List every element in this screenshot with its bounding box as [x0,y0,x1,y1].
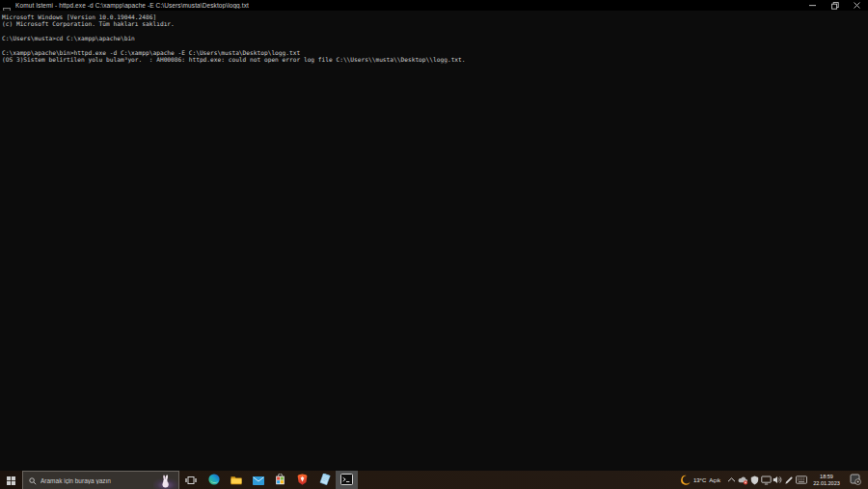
taskbar-app-microsoft-store[interactable] [269,471,291,489]
microsoft-store-icon [275,472,285,489]
action-center-button[interactable] [845,471,866,489]
cmd-window-icon [3,2,11,10]
close-icon[interactable] [846,0,868,11]
search-icon [29,472,37,489]
terminal-line: (c) Microsoft Corporation. Tüm hakları s… [2,20,868,27]
search-highlight-rabbit-icon[interactable] [153,472,178,489]
task-view-icon [185,472,197,489]
minimize-icon[interactable] [801,0,824,11]
taskbar-app-mail[interactable] [247,471,269,489]
taskbar-clock[interactable]: 18:59 22.01.2023 [808,471,845,489]
mail-envelope-icon [253,472,264,489]
terminal-line [2,28,868,35]
taskbar-app-brave[interactable] [291,471,313,489]
terminal-line: Microsoft Windows [Version 10.0.19044.24… [2,14,868,20]
cmd-icon [340,472,353,489]
touch-keyboard-icon[interactable] [795,471,808,489]
pen-icon[interactable] [783,471,795,489]
action-center-icon [850,472,861,489]
volume-icon[interactable] [772,471,783,489]
brave-shield-icon [297,472,308,489]
restore-icon[interactable] [824,0,846,11]
terminal-line: C:\Users\musta>cd C:\xampp\apache\bin [2,35,868,41]
start-button[interactable] [0,471,22,489]
terminal-line: (OS 3)Sistem belirtilen yolu bulam³yor. … [2,56,868,63]
terminal-line [2,42,868,49]
window-title: Komut İstemi - httpd.exe -d C:\xampp\apa… [15,2,801,9]
display-icon[interactable] [760,471,772,489]
security-shield-icon[interactable] [748,471,760,489]
edge-icon [208,472,220,489]
terminal-line: C:\xampp\apache\bin>httpd.exe -d C:\xamp… [2,49,868,56]
moon-icon [680,472,691,489]
taskbar-search-box[interactable] [22,471,179,489]
taskbar-app-command-prompt[interactable] [336,471,358,489]
hidden-icons-chevron-icon[interactable] [725,471,737,489]
onedrive-icon[interactable] [737,471,748,489]
taskbar-app-file-explorer[interactable] [225,471,247,489]
clock-date: 22.01.2023 [813,480,840,487]
terminal-output-area[interactable]: Microsoft Windows [Version 10.0.19044.24… [0,11,868,471]
taskbar: 13°C Açık [0,471,868,489]
weather-temperature: 13°C [693,477,706,483]
system-tray: 13°C Açık [676,471,868,489]
notepad-icon [319,472,331,489]
window-controls [801,0,868,11]
weather-widget[interactable]: 13°C Açık [676,471,725,489]
search-input[interactable] [41,477,153,484]
folder-icon [231,472,242,489]
title-bar: Komut İstemi - httpd.exe -d C:\xampp\apa… [0,0,868,11]
taskbar-app-notepad[interactable] [313,471,336,489]
taskbar-app-edge[interactable] [203,471,225,489]
task-view-button[interactable] [179,471,203,489]
weather-condition: Açık [709,477,720,483]
windows-logo-icon [7,472,15,489]
